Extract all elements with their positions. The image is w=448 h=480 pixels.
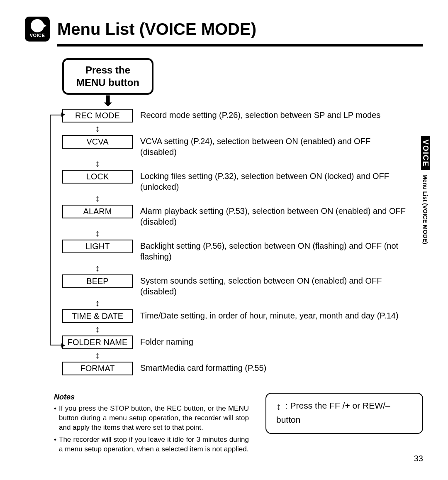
menu-row: FOLDER NAMEFolder naming — [62, 336, 423, 349]
menu-item-desc: Alarm playback setting (P.53), selection… — [140, 205, 406, 227]
menu-item-desc: Folder naming — [140, 336, 193, 347]
updown-arrow-icon: ↕ — [62, 159, 133, 168]
start-box-line2: MENU button — [73, 76, 143, 89]
voice-icon-label: VOICE — [30, 33, 45, 38]
menu-item-desc: Time/Date setting, in order of hour, min… — [140, 309, 399, 321]
voice-icon: VOICE — [25, 17, 50, 42]
menu-row: BEEPSystem sounds setting, selection bet… — [62, 274, 423, 297]
updown-arrow-icon: ↕ — [62, 351, 133, 360]
page-header: VOICE Menu List (VOICE MODE) — [25, 17, 423, 42]
title-rule — [57, 44, 423, 47]
menu-row: REC MODERecord mode setting (P.26), sele… — [62, 109, 423, 122]
menu-item-box: BEEP — [62, 274, 133, 288]
page-number: 33 — [414, 454, 423, 463]
menu-item-desc: VCVA setting (P.24), selection between O… — [140, 135, 406, 157]
menu-row: ALARMAlarm playback setting (P.53), sele… — [62, 205, 423, 227]
loop-connector — [50, 115, 64, 345]
menu-item-desc: Backlight setting (P.56), selection betw… — [140, 240, 406, 262]
loop-arrow-bottom-icon — [61, 343, 65, 348]
updown-arrow-icon: ↕ — [62, 124, 133, 133]
menu-item-box: TIME & DATE — [62, 309, 133, 323]
menu-item-desc: Locking files setting (P.32), selection … — [140, 170, 406, 192]
menu-item-box: LIGHT — [62, 240, 133, 253]
side-tab: VOICE Menu List (VOICE MODE) — [418, 136, 432, 246]
menu-item-box: LOCK — [62, 170, 133, 184]
page-title: Menu List (VOICE MODE) — [57, 20, 256, 39]
note-item: If you press the STOP button, the REC bu… — [54, 404, 249, 433]
notes-column: Notes If you press the STOP button, the … — [54, 393, 249, 457]
notes-heading: Notes — [54, 393, 249, 402]
updown-arrow-icon: ↕ — [62, 264, 133, 273]
menu-item-desc: System sounds setting, selection between… — [140, 274, 406, 297]
menu-item-desc: SmartMedia card formatting (P.55) — [140, 362, 266, 373]
menu-item-box: FOLDER NAME — [62, 336, 133, 349]
menu-row: VCVAVCVA setting (P.24), selection betwe… — [62, 135, 423, 157]
legend-text: : Press the FF /+ or REW/– button — [276, 401, 390, 424]
updown-arrow-icon: ↕ — [62, 229, 133, 238]
menu-row: TIME & DATETime/Date setting, in order o… — [62, 309, 423, 323]
updown-arrow-icon: ↕ — [62, 325, 133, 334]
start-box-line1: Press the — [73, 64, 143, 76]
menu-row: LIGHTBacklight setting (P.56), selection… — [62, 240, 423, 262]
side-tab-rest: Menu List (VOICE MODE) — [422, 174, 429, 244]
menu-item-box: ALARM — [62, 205, 133, 218]
legend-box: ↕ : Press the FF /+ or REW/– button — [265, 393, 423, 434]
menu-list: REC MODERecord mode setting (P.26), sele… — [62, 109, 423, 375]
menu-item-desc: Record mode setting (P.26), selection be… — [140, 109, 380, 120]
loop-arrow-top-icon — [61, 113, 65, 117]
menu-row: LOCKLocking files setting (P.32), select… — [62, 170, 423, 192]
menu-row: FORMATSmartMedia card formatting (P.55) — [62, 362, 423, 375]
menu-item-box: REC MODE — [62, 109, 133, 122]
side-tab-black: VOICE — [421, 136, 430, 170]
updown-arrow-icon: ↕ — [276, 399, 281, 414]
notes-section: Notes If you press the STOP button, the … — [54, 393, 423, 457]
start-box: Press the MENU button — [62, 58, 153, 95]
menu-item-box: VCVA — [62, 135, 133, 149]
down-arrow-icon: ⬇ — [62, 94, 153, 108]
updown-arrow-icon: ↕ — [62, 194, 133, 203]
menu-item-box: FORMAT — [62, 362, 133, 375]
updown-arrow-icon: ↕ — [62, 299, 133, 308]
notes-list: If you press the STOP button, the REC bu… — [54, 404, 249, 454]
note-item: The recorder will stop if you leave it i… — [54, 435, 249, 454]
